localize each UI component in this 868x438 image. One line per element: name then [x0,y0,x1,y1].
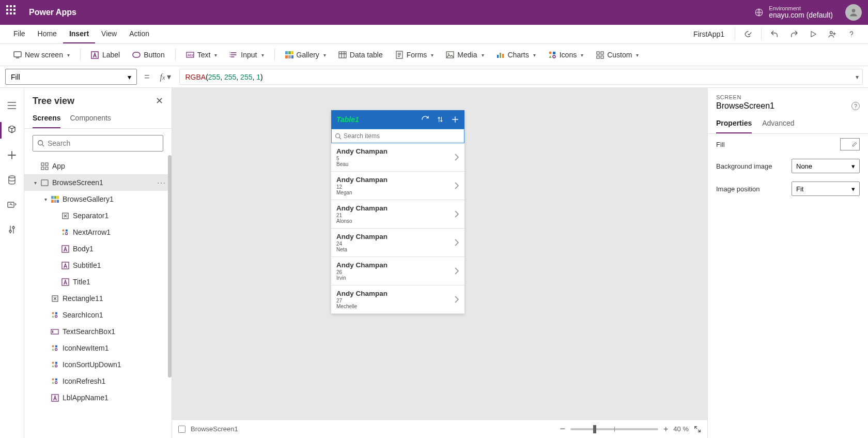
app-search-box[interactable] [331,129,464,143]
refresh-icon[interactable] [421,115,429,124]
list-item[interactable]: Andy Champan 24 Neta [331,229,464,257]
tab-properties[interactable]: Properties [716,116,752,133]
chevron-right-icon [454,267,459,275]
tree-item[interactable]: LblAppName1 [24,389,172,406]
chevron-right-icon [454,182,459,190]
canvas-surface[interactable]: Table1 Andy Champan 5 Beau Andy Champan … [172,88,707,419]
button-button[interactable]: Button [127,48,169,62]
gallery-menu[interactable]: Gallery▾ [280,48,331,62]
help-icon[interactable]: ? [851,102,860,110]
tree-item[interactable]: Body1 [24,240,172,257]
environment-picker[interactable]: Environment enayu.com (default) [754,5,833,19]
tree-item-label: IconRefresh1 [63,377,105,385]
fit-to-window-icon[interactable] [694,426,701,433]
tree-search-input[interactable] [48,139,159,147]
expand-formula-icon[interactable]: ▾ [856,73,859,81]
formula-input[interactable]: RGBA(255, 255, 255, 1) [179,69,863,85]
menu-file[interactable]: File [7,25,32,43]
sort-icon[interactable] [437,115,444,124]
svg-rect-13 [291,55,293,58]
scrollbar-thumb[interactable] [168,155,172,377]
list-item[interactable]: Andy Champan 26 Irvin [331,257,464,285]
tree-item[interactable]: App [24,158,172,174]
tab-components[interactable]: Components [70,111,111,128]
imgpos-select[interactable]: Fit ▾ [792,182,860,196]
zoom-in-button[interactable]: + [663,425,668,434]
add-icon[interactable] [451,115,459,124]
tree-item[interactable]: Subtitle1 [24,257,172,274]
menu-home[interactable]: Home [32,25,63,43]
redo-icon[interactable] [784,25,804,43]
bgimage-select[interactable]: None ▾ [792,159,860,173]
rail-insert-icon[interactable] [0,143,24,168]
tree-item[interactable]: IconRefresh1 [24,373,172,389]
expand-toggle-icon[interactable]: ▾ [32,180,39,186]
app-launcher-icon[interactable] [6,5,21,20]
new-screen-button[interactable]: New screen ▾ [8,48,75,62]
menu-insert[interactable]: Insert [63,25,95,43]
list-item[interactable]: Andy Champan 21 Alonso [331,200,464,229]
help-icon[interactable] [842,25,861,43]
data-table-button[interactable]: Data table [333,48,388,62]
svg-rect-20 [502,54,504,58]
list-item[interactable]: Andy Champan 27 Mechelle [331,285,464,314]
svg-rect-57 [55,345,57,348]
tree-item[interactable]: ▾BrowseScreen1··· [24,174,172,191]
tree-item[interactable]: IconSortUpDown1 [24,356,172,373]
tree-item[interactable]: SearchIcon1 [24,307,172,323]
rail-tools-icon[interactable] [0,217,24,242]
canvas-footer: BrowseScreen1 − + 40 % [172,419,707,438]
breadcrumb-screen[interactable]: BrowseScreen1 [191,425,238,433]
input-menu[interactable]: Input▾ [224,48,269,62]
charts-menu[interactable]: Charts▾ [491,48,541,62]
share-icon[interactable] [823,25,842,43]
rail-tree-view-icon[interactable] [0,118,24,143]
tree-item-label: Title1 [73,278,90,286]
app-check-icon[interactable] [738,25,758,43]
tree-item[interactable]: TextSearchBox1 [24,323,172,340]
property-selector[interactable]: Fill ▾ [5,69,137,85]
zoom-slider[interactable] [570,428,658,430]
more-actions-icon[interactable]: ··· [157,178,166,187]
close-icon[interactable]: ✕ [156,95,163,107]
rail-data-icon[interactable] [0,168,24,192]
text-input-icon: Abc [186,51,194,59]
breadcrumb-checkbox[interactable] [178,426,185,433]
list-item[interactable]: Andy Champan 12 Megan [331,172,464,200]
list-item-body: Irvin [336,275,454,281]
tree-item[interactable]: Rectangle11 [24,290,172,307]
tree-item[interactable]: IconNewItem1 [24,340,172,356]
tree-item[interactable]: NextArrow1 [24,224,172,240]
fill-color-picker[interactable] [840,138,860,150]
rail-hamburger-icon[interactable] [0,93,24,118]
tree-item[interactable]: Separator1 [24,207,172,224]
tab-screens[interactable]: Screens [33,111,60,128]
zoom-out-button[interactable]: − [560,424,566,434]
svg-rect-11 [285,55,288,58]
menu-view[interactable]: View [95,25,123,43]
custom-menu[interactable]: Custom▾ [591,48,644,62]
forms-menu[interactable]: Forms▾ [390,48,439,62]
app-title[interactable]: FirstApp1 [686,25,732,43]
user-avatar[interactable] [845,4,862,21]
tab-advanced[interactable]: Advanced [762,116,794,133]
list-item-body: Beau [336,161,454,167]
rail-media-icon[interactable] [0,192,24,217]
tree-item[interactable]: ▾BrowseGallery1 [24,191,172,207]
tree-item[interactable]: Title1 [24,274,172,290]
list-item[interactable]: Andy Champan 5 Beau [331,143,464,172]
menu-action[interactable]: Action [123,25,156,43]
chevron-down-icon: ▾ [167,72,171,82]
svg-rect-41 [51,200,54,203]
icons-menu[interactable]: Icons▾ [543,48,588,62]
text-menu[interactable]: Abc Text▾ [181,48,223,62]
undo-icon[interactable] [765,25,784,43]
label-button[interactable]: Label [86,48,125,62]
media-menu[interactable]: Media▾ [441,48,489,62]
play-icon[interactable] [804,25,823,43]
list-item-title: Andy Champan [336,176,454,184]
fx-button[interactable]: fx▾ [157,72,175,82]
expand-toggle-icon[interactable]: ▾ [42,197,49,202]
tree-search-box[interactable] [33,135,163,152]
app-search-input[interactable] [344,132,461,140]
